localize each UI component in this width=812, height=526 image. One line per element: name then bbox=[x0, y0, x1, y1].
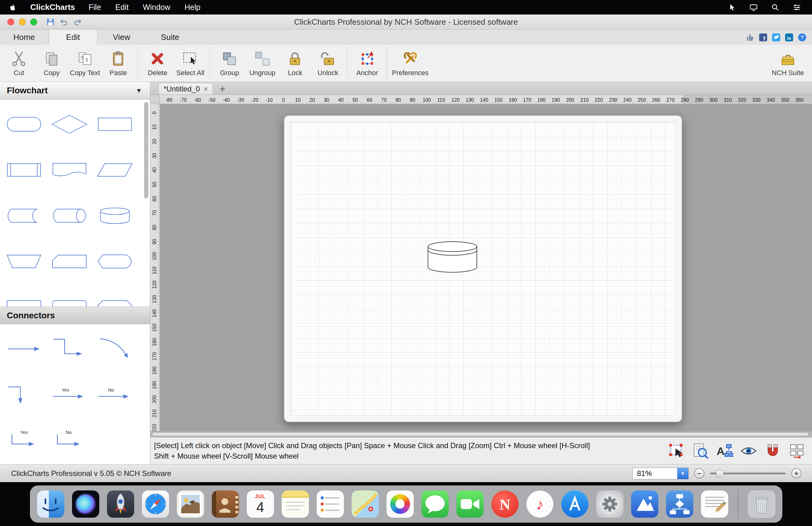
group-button[interactable]: Group bbox=[213, 47, 246, 80]
linkedin-icon[interactable]: in bbox=[784, 32, 794, 42]
connector-straight-arrow-labeled-no[interactable]: No bbox=[92, 372, 137, 418]
system-preferences-icon[interactable] bbox=[596, 491, 623, 518]
notes-icon[interactable] bbox=[282, 491, 309, 518]
control-list-icon[interactable] bbox=[792, 3, 801, 12]
canvas-h-scrollbar[interactable] bbox=[150, 431, 812, 437]
document-tab[interactable]: *Untitled_0 × bbox=[158, 83, 213, 94]
safari-icon[interactable] bbox=[142, 491, 169, 518]
tab-view[interactable]: View bbox=[97, 30, 146, 45]
zoom-slider-thumb[interactable] bbox=[716, 469, 724, 477]
close-window-button[interactable] bbox=[8, 18, 14, 25]
pointer-icon[interactable] bbox=[727, 3, 737, 12]
menu-window[interactable]: Window bbox=[143, 3, 170, 12]
shape-decision[interactable] bbox=[47, 101, 92, 147]
connector-straight-arrow-labeled-yes[interactable]: Yes bbox=[47, 372, 92, 418]
canvas-h-scrollbar-thumb[interactable] bbox=[152, 432, 809, 436]
clickcharts-icon[interactable] bbox=[666, 491, 693, 518]
undo-icon[interactable] bbox=[59, 17, 69, 27]
arrange-button[interactable] bbox=[787, 441, 807, 461]
connector-straight-arrow[interactable] bbox=[1, 326, 47, 372]
connector-elbow-labeled-no[interactable]: No bbox=[47, 418, 92, 463]
display-icon[interactable] bbox=[749, 3, 758, 12]
shape-predefined-process[interactable] bbox=[1, 147, 47, 193]
zoom-page-button[interactable] bbox=[690, 441, 711, 461]
shape-direct-access-storage[interactable] bbox=[47, 193, 92, 239]
shape-display[interactable] bbox=[92, 239, 137, 284]
reminders-icon[interactable] bbox=[317, 491, 344, 518]
menubar-app-name[interactable]: ClickCharts bbox=[30, 2, 75, 12]
page[interactable] bbox=[284, 115, 682, 422]
eye-button[interactable] bbox=[738, 441, 759, 461]
minimize-window-button[interactable] bbox=[19, 18, 26, 25]
connector-elbow-down-arrow[interactable] bbox=[1, 372, 47, 418]
tab-suite[interactable]: Suite bbox=[146, 30, 194, 45]
shape-stored-data[interactable] bbox=[1, 193, 47, 239]
new-tab-button[interactable]: + bbox=[219, 83, 226, 94]
news-icon[interactable]: N bbox=[491, 491, 519, 518]
shape-data[interactable] bbox=[92, 147, 137, 193]
cut-button[interactable]: Cut bbox=[2, 47, 35, 80]
zoom-dropdown-icon[interactable]: ▼ bbox=[677, 468, 688, 479]
menu-file[interactable]: File bbox=[89, 3, 101, 12]
search-icon[interactable] bbox=[771, 3, 780, 12]
contacts-icon[interactable] bbox=[212, 491, 239, 518]
app-store-icon[interactable] bbox=[561, 491, 589, 518]
delete-button[interactable]: Delete bbox=[141, 47, 174, 80]
apple-menu-icon[interactable] bbox=[9, 4, 17, 11]
collapse-triangle-icon[interactable]: ▼ bbox=[136, 87, 142, 94]
connector-curved-arrow[interactable] bbox=[92, 326, 137, 372]
copy-text-button[interactable]: TTCopy Text bbox=[68, 47, 102, 80]
nch-suite-button[interactable]: NCH Suite bbox=[770, 47, 806, 80]
calendar-icon[interactable]: JUL4 bbox=[247, 491, 274, 518]
shape-loop-limit[interactable] bbox=[92, 284, 137, 306]
help-icon[interactable]: ? bbox=[797, 32, 807, 42]
connector-elbow-arrow[interactable] bbox=[47, 326, 92, 372]
zoom-in-button[interactable]: + bbox=[791, 468, 801, 478]
mountain-app-icon[interactable] bbox=[631, 491, 658, 518]
zoom-out-button[interactable]: − bbox=[694, 468, 705, 478]
sidebar-scrollbar[interactable] bbox=[144, 102, 148, 198]
preferences-button[interactable]: Preferences bbox=[390, 47, 431, 80]
tab-close-icon[interactable]: × bbox=[203, 85, 208, 93]
textedit-icon[interactable] bbox=[701, 491, 728, 518]
ungroup-button[interactable]: Ungroup bbox=[246, 47, 279, 80]
paste-button[interactable]: Paste bbox=[102, 47, 134, 80]
unlock-button[interactable]: Unlock bbox=[311, 47, 344, 80]
shape-offpage-connector[interactable] bbox=[1, 284, 47, 306]
connectors-section-header[interactable]: Connectors bbox=[0, 306, 150, 324]
save-icon[interactable] bbox=[46, 17, 55, 27]
finder-icon[interactable] bbox=[37, 491, 64, 518]
zoom-level-select[interactable]: 81% ▼ bbox=[632, 468, 688, 479]
text-diagram-button[interactable]: A bbox=[714, 441, 735, 461]
flowchart-section-header[interactable]: Flowchart ▼ bbox=[0, 82, 150, 100]
shape-database[interactable] bbox=[92, 193, 137, 239]
trash-icon[interactable] bbox=[748, 491, 775, 518]
messages-icon[interactable] bbox=[421, 491, 449, 518]
rocket-icon[interactable] bbox=[107, 491, 134, 518]
siri-icon[interactable] bbox=[72, 491, 99, 518]
copy-button[interactable]: Copy bbox=[35, 47, 68, 80]
facetime-icon[interactable] bbox=[456, 491, 483, 518]
stamp-icon[interactable] bbox=[177, 491, 204, 518]
facebook-icon[interactable]: f bbox=[758, 32, 768, 42]
menu-edit[interactable]: Edit bbox=[115, 3, 129, 12]
select-all-button[interactable]: Select All bbox=[174, 47, 206, 80]
lock-button[interactable]: Lock bbox=[279, 47, 311, 80]
canvas[interactable]: 0102030405060708090100110120130140150160… bbox=[150, 104, 812, 431]
maps-icon[interactable] bbox=[351, 491, 379, 518]
selection-handles-button[interactable] bbox=[666, 441, 686, 461]
music-icon[interactable]: ♪ bbox=[526, 491, 553, 518]
shape-document[interactable] bbox=[47, 147, 92, 193]
menu-help[interactable]: Help bbox=[185, 3, 200, 12]
zoom-window-button[interactable] bbox=[30, 18, 37, 25]
anchor-button[interactable]: Anchor bbox=[351, 47, 383, 80]
zoom-slider[interactable] bbox=[710, 472, 786, 475]
twitter-icon[interactable] bbox=[771, 32, 781, 42]
magnet-button[interactable] bbox=[763, 441, 783, 461]
tab-home[interactable]: Home bbox=[0, 30, 48, 45]
shape-process[interactable] bbox=[92, 101, 137, 147]
connector-elbow-labeled-yes[interactable]: Yes bbox=[1, 418, 47, 463]
photos-icon[interactable] bbox=[387, 491, 414, 518]
shape-terminator[interactable] bbox=[1, 101, 47, 147]
shape-card[interactable] bbox=[47, 239, 92, 284]
